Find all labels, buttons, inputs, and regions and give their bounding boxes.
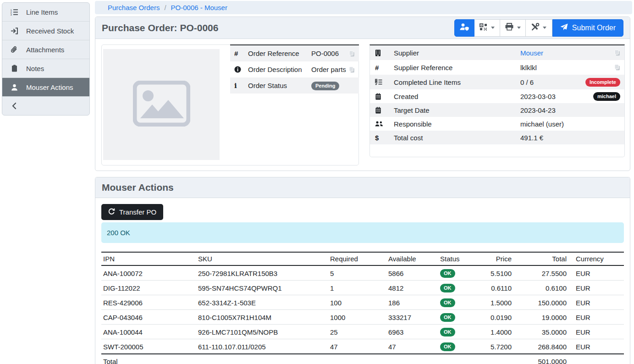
cell-required: 47: [328, 339, 386, 354]
sidebar-item-mouser-actions[interactable]: Mouser Actions: [2, 78, 89, 97]
detail-value: michael (user): [520, 120, 624, 128]
cell-price: 0.0190: [480, 310, 513, 325]
sidebar-item-label: Attachments: [26, 46, 64, 54]
user-icon: [9, 84, 19, 91]
cell-required: 5: [328, 265, 386, 281]
sidebar-collapse-button[interactable]: [2, 97, 89, 115]
table-row: RES-429006 652-3314Z-1-503E 100 186 OK 1…: [101, 295, 624, 310]
copy-icon[interactable]: [349, 66, 355, 73]
cell-sku: 250-72981KLRATR150B3: [196, 265, 328, 281]
detail-row-order-reference: # Order Reference PO-0006: [230, 45, 359, 61]
calendar-icon: [370, 93, 394, 100]
submit-order-label: Submit Order: [572, 24, 616, 32]
order-details-table: # Order Reference PO-0006 Order Descript…: [230, 44, 359, 94]
col-header-ipn: IPN: [101, 252, 196, 265]
detail-label: Supplier Reference: [394, 64, 520, 72]
total-value: 501.0000: [513, 354, 568, 364]
cell-ipn: ANA-100044: [101, 325, 196, 339]
col-header-price: Price: [480, 252, 513, 265]
admin-user-button[interactable]: [454, 19, 474, 37]
sidebar-item-notes[interactable]: Notes: [2, 59, 89, 78]
detail-value: 491.1 €: [520, 134, 624, 142]
cell-status: OK: [438, 339, 480, 354]
cell-status: OK: [438, 265, 480, 281]
sidebar-item-label: Notes: [26, 65, 44, 72]
sign-in-icon: [9, 28, 19, 34]
cell-price: 1.4000: [480, 325, 513, 339]
col-header-sku: SKU: [196, 252, 328, 265]
detail-value: Order parts: [311, 66, 349, 73]
table-total-row: Total 501.0000: [101, 354, 624, 364]
cell-sku: 810-C1005X7R1H104M: [196, 310, 328, 325]
cell-currency: EUR: [568, 310, 624, 325]
status-alert: 200 OK: [101, 222, 624, 243]
info-circle-icon: [230, 66, 248, 73]
supplier-link[interactable]: Mouser: [520, 49, 543, 57]
col-header-currency: Currency: [568, 252, 624, 265]
sidebar-item-attachments[interactable]: Attachments: [2, 40, 89, 59]
detail-row-target-date: Target Date 2023-04-23: [370, 103, 624, 117]
cell-price: 1.5000: [480, 295, 513, 310]
transfer-po-button[interactable]: Transfer PO: [101, 204, 163, 220]
col-header-total: Total: [513, 252, 568, 265]
sidebar-item-line-items[interactable]: 123 Line Items: [2, 3, 89, 22]
copy-icon[interactable]: [349, 50, 355, 57]
table-row: DIG-112022 595-SN74HCS74QPWRQ1 1 4812 OK…: [101, 281, 624, 295]
cell-total: 27.5500: [513, 265, 568, 281]
cell-currency: EUR: [568, 339, 624, 354]
table-row: ANA-100072 250-72981KLRATR150B3 5 5866 O…: [101, 265, 624, 281]
purchase-order-card: Purchase Order: PO-0006: [95, 17, 630, 171]
print-dropdown-button[interactable]: [500, 19, 526, 37]
submit-order-button[interactable]: Submit Order: [552, 19, 623, 37]
col-header-available: Available: [386, 252, 438, 265]
chevron-down-icon: [543, 27, 546, 29]
paper-plane-icon: [560, 23, 568, 33]
detail-label: Completed Line Items: [394, 78, 520, 86]
breadcrumb-link-po[interactable]: PO-0006 - Mouser: [171, 4, 227, 11]
breadcrumb-link-purchase-orders[interactable]: Purchase Orders: [108, 4, 160, 11]
copy-icon[interactable]: [614, 64, 620, 71]
col-header-status: Status: [438, 252, 480, 265]
cell-total: 19.0000: [513, 310, 568, 325]
detail-row-supplier: Supplier Mouser: [370, 45, 624, 60]
cell-required: 25: [328, 325, 386, 339]
cell-status: OK: [438, 325, 480, 339]
printer-icon: [505, 23, 514, 33]
cell-currency: EUR: [568, 265, 624, 281]
detail-row-total-cost: $ Total cost 491.1 €: [370, 131, 624, 144]
list-ol-icon: 123: [9, 9, 19, 16]
paperclip-icon: [9, 46, 19, 53]
sidebar-item-received-stock[interactable]: Received Stock: [2, 22, 89, 40]
total-label: Total: [101, 354, 196, 364]
incomplete-badge: Incomplete: [585, 78, 620, 87]
chevron-down-icon: [491, 27, 495, 29]
detail-value: lklklkl: [520, 64, 614, 72]
cell-currency: EUR: [568, 325, 624, 339]
tools-dropdown-button[interactable]: [526, 19, 552, 37]
breadcrumb-separator: /: [164, 4, 166, 11]
detail-value: PO-0006: [311, 50, 349, 57]
purchase-order-card-header: Purchase Order: PO-0006: [95, 17, 630, 39]
detail-value: 2023-04-23: [520, 106, 624, 114]
detail-label: Order Description: [248, 66, 311, 73]
page-title: Purchase Order: PO-0006: [102, 22, 218, 33]
barcode-dropdown-button[interactable]: [474, 19, 500, 37]
cell-status: OK: [438, 295, 480, 310]
cell-required: 1000: [328, 310, 386, 325]
detail-row-responsible: Responsible michael (user): [370, 117, 624, 131]
cell-total: 150.0000: [513, 295, 568, 310]
cell-status: OK: [438, 281, 480, 295]
cell-status: OK: [438, 310, 480, 325]
detail-row-order-description: Order Description Order parts: [230, 61, 359, 77]
line-items-table: IPN SKU Required Available Status Price …: [101, 252, 624, 364]
total-currency-spacer: [568, 354, 624, 364]
mouser-actions-body: Transfer PO 200 OK IPN SKU Required Avai…: [95, 198, 630, 364]
copy-icon[interactable]: [614, 50, 620, 56]
breadcrumb: Purchase Orders / PO-0006 - Mouser: [95, 1, 632, 14]
cell-sku: 652-3314Z-1-503E: [196, 295, 328, 310]
list-check-icon: [370, 79, 394, 85]
tools-icon: [531, 23, 540, 33]
detail-value: 0 / 6: [520, 78, 585, 86]
detail-value: Pending: [311, 81, 359, 90]
cell-available: 186: [386, 295, 438, 310]
